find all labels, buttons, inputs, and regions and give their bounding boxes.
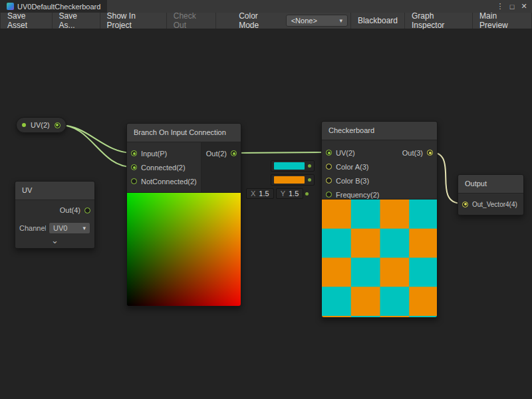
main-preview-toggle[interactable]: Main Preview (473, 13, 532, 29)
checkerboard-node[interactable]: Checkerboard UV(2) Color A(3) Color B(3)… (321, 121, 438, 318)
menu-icon[interactable]: ⋮ (495, 2, 505, 11)
graph-inspector-toggle[interactable]: Graph Inspector (405, 13, 473, 29)
save-asset-button[interactable]: Save Asset (0, 13, 53, 29)
port-out-3[interactable] (427, 150, 433, 156)
branch-node-body: Input(P) Connected(2) NotConnected(2) Ou… (127, 142, 241, 192)
branch-input-row: Connected(2) (127, 160, 201, 174)
frequency-y-value[interactable]: 1.5 (289, 190, 299, 198)
edge-uv-to-connected[interactable] (60, 125, 132, 167)
shader-graph-icon (7, 3, 14, 10)
port-input-p[interactable] (131, 150, 137, 156)
port-label: Out_Vector4(4) (472, 201, 517, 208)
chevron-down-icon: ▾ (82, 225, 86, 231)
check-out-button: Check Out (167, 13, 216, 29)
checkerboard-input-row: Color A(3) (322, 160, 437, 174)
port-color-a[interactable] (326, 164, 332, 170)
port-uv-2[interactable] (326, 150, 332, 156)
color-a-field[interactable] (271, 160, 315, 172)
color-a-swatch[interactable] (274, 162, 305, 170)
frequency-y-field[interactable]: Y 1.5 (276, 188, 304, 199)
close-icon[interactable]: ✕ (519, 2, 529, 11)
frequency-field: X 1.5 Y 1.5 (246, 188, 309, 199)
graph-canvas[interactable]: UV(2) Branch On Input Connection Input(P… (0, 29, 532, 399)
save-as-button[interactable]: Save As... (53, 13, 100, 29)
uv-node[interactable]: UV Out(4) Channel UV0 ▾ ⌄ (15, 181, 95, 249)
color-b-connector-dot (308, 178, 311, 182)
pill-output-port[interactable] (55, 122, 61, 128)
port-label: UV(2) (336, 149, 355, 157)
port-label: Connected(2) (141, 164, 186, 172)
pill-label: UV(2) (31, 121, 50, 129)
port-label: Frequency(2) (336, 191, 379, 199)
branch-node-title[interactable]: Branch On Input Connection (127, 124, 241, 142)
output-node[interactable]: Output Out_Vector4(4) (458, 174, 524, 215)
toolbar: Save Asset Save As... Show In Project Ch… (0, 13, 532, 29)
checkerboard-output-row: Out(3) (390, 146, 437, 160)
show-in-project-button[interactable]: Show In Project (100, 13, 167, 29)
frequency-connector-dot (305, 192, 309, 196)
checkerboard-node-title[interactable]: Checkerboard (322, 122, 437, 140)
port-label: Input(P) (141, 150, 167, 158)
port-connected[interactable] (131, 164, 137, 170)
port-label: Color B(3) (336, 177, 369, 185)
port-label: Color A(3) (336, 163, 369, 171)
frequency-x-field[interactable]: X 1.5 (246, 188, 274, 199)
color-mode-value: <None> (291, 17, 317, 25)
port-label: Out(3) (402, 149, 423, 157)
uv-pill-node[interactable]: UV(2) (16, 117, 66, 133)
tab-title: UV0DefaultCheckerboard (17, 3, 100, 11)
chevron-down-icon: ▾ (339, 17, 342, 24)
pill-input-dot (22, 123, 26, 127)
checkerboard-input-row: Frequency(2) (322, 188, 437, 201)
uv-output-row: Out(4) (15, 200, 94, 220)
edge-uv-to-input[interactable] (60, 125, 132, 153)
branch-output-row: Out(2) (201, 146, 241, 160)
checkerboard-node-preview (322, 199, 437, 317)
edge-branch-to-checkerboard[interactable] (235, 152, 325, 153)
blackboard-toggle[interactable]: Blackboard (350, 13, 405, 29)
branch-node-preview (127, 192, 241, 306)
output-node-title[interactable]: Output (458, 175, 523, 194)
port-label: Out(2) (206, 150, 227, 158)
color-a-connector-dot (308, 164, 311, 168)
preview-expander-chevron[interactable]: ⌄ (15, 235, 94, 248)
output-input-row: Out_Vector4(4) (458, 194, 523, 215)
uv-channel-row: Channel UV0 ▾ (15, 220, 94, 235)
channel-value: UV0 (53, 224, 67, 232)
checkerboard-input-row: Color B(3) (322, 174, 437, 188)
maximize-icon[interactable]: □ (507, 3, 517, 11)
color-b-field[interactable] (271, 174, 315, 186)
channel-dropdown[interactable]: UV0 ▾ (49, 222, 90, 234)
port-out-2[interactable] (231, 150, 237, 156)
port-out-vector4[interactable] (462, 201, 468, 207)
port-label: Out(4) (60, 206, 80, 214)
branch-input-row: NotConnected(2) (127, 174, 201, 188)
port-out-4[interactable] (84, 207, 90, 213)
uv-node-title[interactable]: UV (15, 182, 94, 200)
x-axis-label: X (251, 190, 255, 198)
color-mode-dropdown[interactable]: <None> ▾ (286, 15, 348, 27)
port-label: NotConnected(2) (141, 178, 197, 186)
branch-node[interactable]: Branch On Input Connection Input(P) Conn… (126, 123, 241, 307)
branch-input-row: Input(P) (127, 146, 201, 160)
port-notconnected[interactable] (131, 178, 137, 184)
frequency-x-value[interactable]: 1.5 (259, 190, 269, 198)
checkerboard-node-body: UV(2) Color A(3) Color B(3) Frequency(2)… (322, 140, 437, 199)
color-b-swatch[interactable] (274, 176, 305, 184)
port-color-b[interactable] (326, 178, 332, 184)
channel-label: Channel (19, 224, 46, 232)
port-frequency[interactable] (326, 192, 332, 198)
y-axis-label: Y (281, 190, 285, 198)
color-mode-label: Color Mode (233, 13, 283, 29)
